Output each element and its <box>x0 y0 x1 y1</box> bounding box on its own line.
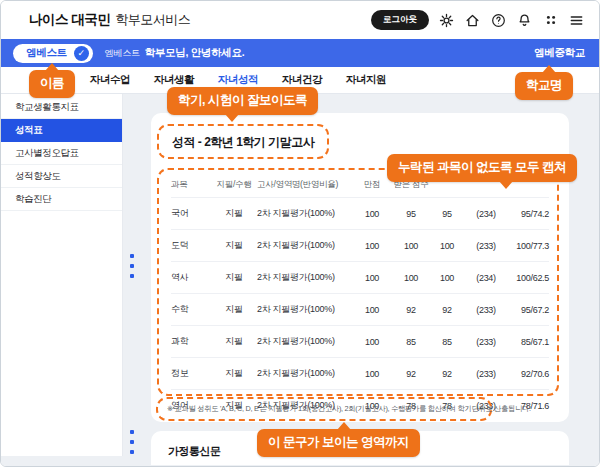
annotation-footnote: 이 문구가 보이는 영역까지 <box>257 429 420 457</box>
cell: (233) <box>463 358 509 390</box>
cell: 95/67.2 <box>509 294 549 326</box>
cell: 85/67.1 <box>509 326 549 358</box>
tab-child-health[interactable]: 자녀건강 <box>270 73 334 87</box>
cell: 100 <box>431 230 463 262</box>
greeting-name: 엠베스트 <box>105 47 140 60</box>
cell: 정보 <box>171 358 211 390</box>
annotation-semester: 학기, 시험이 잘보이도록 <box>167 87 318 115</box>
arrow-down-icon <box>225 114 239 122</box>
cell: (233) <box>463 294 509 326</box>
table-row: 수학 지필 2차 지필평가(100%) 100 92 92 (233) 95/6… <box>171 294 549 326</box>
cell: 100 <box>391 230 431 262</box>
screenshot-root: 나이스 대국민 학부모서비스 로그아웃 <box>0 0 600 467</box>
annotation-semester-label: 학기, 시험이 잘보이도록 <box>178 93 307 107</box>
cell: 85 <box>391 326 431 358</box>
help-icon[interactable] <box>490 12 507 29</box>
annotation-school: 학교명 <box>515 72 573 100</box>
cell: 지필 <box>211 294 257 326</box>
grades-footnote: ※ 교과별 성취도 'A, B, C, D, E'는 지필평가 1회(중간고사)… <box>167 404 481 414</box>
grades-table: 과목 지필/수행 고사/영역명(반영비율) 만점 받은 점수 국어 <box>171 172 549 421</box>
sidebar-item-grade-report[interactable]: 성적표 <box>1 119 122 142</box>
greeting: 엠베스트 학부모님, 안녕하세요. <box>105 46 244 60</box>
apps-grid-icon[interactable] <box>542 12 559 29</box>
cell: 역사 <box>171 262 211 294</box>
cell: 수학 <box>171 294 211 326</box>
logout-button[interactable]: 로그아웃 <box>371 10 429 30</box>
cell: 2차 지필평가(100%) <box>257 326 353 358</box>
annotation-subjects-label: 누락된 과목이 없도록 모두 캡쳐 <box>398 160 566 174</box>
cell: 100 <box>353 230 391 262</box>
annotation-name: 이름 <box>29 70 75 98</box>
cell: 100 <box>391 262 431 294</box>
arrow-down-icon <box>499 181 513 189</box>
cell: 100/77.3 <box>509 230 549 262</box>
grades-title-highlight: 성적 - 2학년 1학기 기말고사 <box>157 124 329 159</box>
drag-handle-icon[interactable] <box>130 430 135 454</box>
col-subject: 과목 <box>171 172 211 198</box>
sidebar-item-grade-improvement[interactable]: 성적향상도 <box>1 165 122 188</box>
annotation-school-label: 학교명 <box>526 78 562 92</box>
cell: 100 <box>353 294 391 326</box>
grades-title: 성적 - 2학년 1학기 기말고사 <box>172 135 314 149</box>
tab-child-grades[interactable]: 자녀성적 <box>206 73 270 87</box>
student-badge[interactable]: 엠베스트 ✓ <box>13 44 93 63</box>
cell: 100 <box>353 198 391 230</box>
cell: 95/74.2 <box>509 198 549 230</box>
bell-icon[interactable] <box>516 12 533 29</box>
cell: 지필 <box>211 358 257 390</box>
cell: 지필 <box>211 262 257 294</box>
cell: (233) <box>463 326 509 358</box>
table-row: 정보 지필 2차 지필평가(100%) 100 92 92 (233) 92/7… <box>171 358 549 390</box>
cell: 2차 지필평가(100%) <box>257 262 353 294</box>
cell: 85 <box>431 326 463 358</box>
cell: 92 <box>431 294 463 326</box>
cell: 100/62.5 <box>509 262 549 294</box>
welcome-bar: 엠베스트 ✓ 엠베스트 학부모님, 안녕하세요. 엠베중학교 <box>1 39 599 67</box>
cell: 100 <box>431 262 463 294</box>
tab-child-life[interactable]: 자녀생활 <box>142 73 206 87</box>
cell: 지필 <box>211 198 257 230</box>
school-name[interactable]: 엠베중학교 <box>534 46 585 60</box>
cell: 100 <box>353 262 391 294</box>
drag-handle-icon[interactable] <box>130 254 135 278</box>
gear-icon[interactable] <box>438 12 455 29</box>
top-header: 나이스 대국민 학부모서비스 로그아웃 <box>1 1 599 39</box>
student-name: 엠베스트 <box>26 46 67 60</box>
sidebar-item-school-life-report[interactable]: 학교생활통지표 <box>1 96 122 119</box>
sidebar: 학교생활통지표 성적표 고사별정오답표 성적향상도 학습진단 <box>1 94 123 456</box>
arrow-up-icon <box>45 63 59 71</box>
cell: 국어 <box>171 198 211 230</box>
cell: 지필 <box>211 230 257 262</box>
table-row: 역사 지필 2차 지필평가(100%) 100 100 100 (234) 10… <box>171 262 549 294</box>
content-area: 학교생활통지표 성적표 고사별정오답표 성적향상도 학습진단 성적 - 2학년 … <box>1 94 599 467</box>
sidebar-item-exam-answers[interactable]: 고사별정오답표 <box>1 142 122 165</box>
cell: 지필 <box>211 326 257 358</box>
cell: 2차 지필평가(100%) <box>257 198 353 230</box>
annotation-name-label: 이름 <box>40 76 64 90</box>
home-icon[interactable] <box>464 12 481 29</box>
menu-icon[interactable] <box>568 12 585 29</box>
table-row: 국어 지필 2차 지필평가(100%) 100 95 95 (234) 95/7… <box>171 198 549 230</box>
header-actions: 로그아웃 <box>371 10 585 30</box>
cell: (234) <box>463 198 509 230</box>
tab-child-support[interactable]: 자녀지원 <box>334 73 398 87</box>
cell: 92 <box>391 294 431 326</box>
col-max-score: 만점 <box>353 172 391 198</box>
app-logo[interactable]: 나이스 대국민 학부모서비스 <box>29 11 190 29</box>
cell: (233) <box>463 230 509 262</box>
cell: 92 <box>391 358 431 390</box>
cell: 100 <box>353 358 391 390</box>
table-row: 과학 지필 2차 지필평가(100%) 100 85 85 (233) 85/6… <box>171 326 549 358</box>
tab-child-class[interactable]: 자녀수업 <box>78 73 142 87</box>
arrow-up-icon <box>337 422 351 430</box>
annotation-subjects: 누락된 과목이 없도록 모두 캡쳐 <box>387 154 577 182</box>
check-icon: ✓ <box>74 46 89 61</box>
cell: 2차 지필평가(100%) <box>257 294 353 326</box>
cell: 92 <box>431 358 463 390</box>
cell: (234) <box>463 262 509 294</box>
cell: 100 <box>353 326 391 358</box>
sidebar-item-learning-diagnosis[interactable]: 학습진단 <box>1 188 122 211</box>
col-exam-type: 지필/수행 <box>211 172 257 198</box>
brand-title: 나이스 대국민 <box>29 11 110 29</box>
greeting-text: 학부모님, 안녕하세요. <box>145 46 245 60</box>
